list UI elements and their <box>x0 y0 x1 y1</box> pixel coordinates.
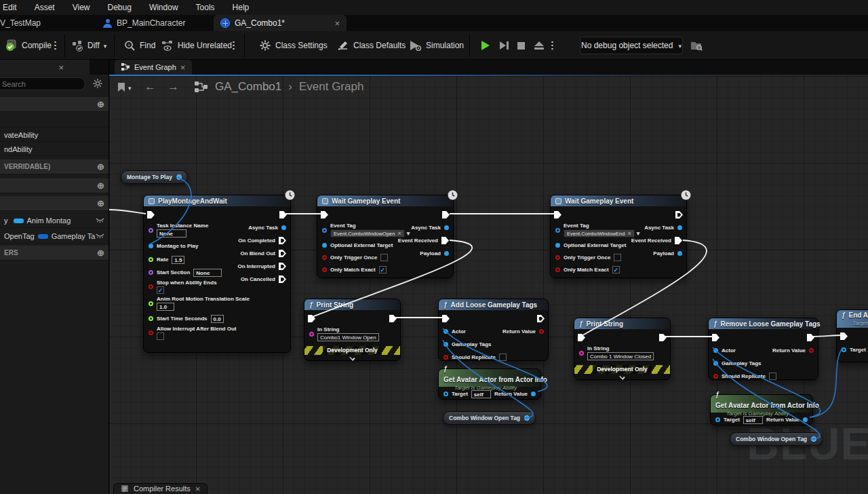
add-icon[interactable] <box>97 180 104 191</box>
exec-in-pin[interactable] <box>442 315 450 322</box>
add-icon[interactable] <box>97 99 104 109</box>
exec-out-pin[interactable] <box>442 211 450 218</box>
target-pin[interactable] <box>842 347 846 352</box>
menu-asset[interactable]: Asset <box>35 3 55 12</box>
menu-tools[interactable]: Tools <box>196 3 215 12</box>
menu-debug[interactable]: Debug <box>108 3 132 12</box>
exec-in-pin[interactable] <box>554 211 561 218</box>
diff-button[interactable]: Diff <box>72 31 106 60</box>
only-trigger-once-checkbox[interactable] <box>380 254 388 261</box>
start-time-seconds-pin[interactable] <box>149 316 153 321</box>
node-print-string-open[interactable]: Print String In String Combo1 Window Ope… <box>304 299 401 361</box>
in-string-field[interactable]: Combo1 Window Open <box>317 333 379 341</box>
only-match-exact-pin[interactable] <box>555 267 560 272</box>
start-section-pin[interactable] <box>149 270 153 275</box>
close-icon[interactable] <box>195 484 201 493</box>
should-replicate-pin[interactable] <box>443 355 448 360</box>
optional-external-target-pin[interactable] <box>555 243 560 248</box>
event-tag-pin[interactable] <box>555 228 560 233</box>
close-icon[interactable] <box>180 63 186 72</box>
list-item-activate-ability[interactable]: vateAbility <box>0 128 108 142</box>
variable-combo-window-open-tag[interactable]: OpenTag Gameplay Ta <box>0 229 108 244</box>
exec-in-pin[interactable] <box>578 334 585 341</box>
on-completed-pin[interactable] <box>279 237 286 244</box>
start-section-field[interactable]: None <box>193 269 222 277</box>
exec-out-pin[interactable] <box>279 211 287 218</box>
payload-pin[interactable] <box>444 251 449 256</box>
actor-pin[interactable] <box>443 329 448 334</box>
section-macros[interactable] <box>0 178 108 193</box>
return-value-pin[interactable] <box>809 348 814 353</box>
tab-event-graph[interactable]: Event Graph <box>115 60 192 75</box>
allow-interrupt-pin[interactable] <box>149 330 153 335</box>
list-item[interactable] <box>0 114 108 128</box>
breadcrumb-asset[interactable]: GA_Combo1 <box>215 80 281 94</box>
section-event-dispatchers[interactable]: ERS <box>0 246 108 261</box>
should-replicate-checkbox[interactable] <box>769 373 776 380</box>
target-field[interactable]: self <box>743 416 763 424</box>
play-button[interactable] <box>481 31 490 60</box>
node-remove-loose-gameplay-tags[interactable]: Remove Loose Gameplay Tags Actor Gamepla… <box>708 318 818 380</box>
add-icon[interactable] <box>97 248 104 258</box>
stop-when-ability-ends-checkbox[interactable] <box>157 286 164 294</box>
return-value-pin[interactable] <box>803 417 808 422</box>
graph-options-button[interactable] <box>233 31 235 60</box>
expand-chevron-icon[interactable] <box>619 374 625 379</box>
target-field[interactable]: self <box>471 390 491 398</box>
event-received-pin[interactable] <box>441 237 449 244</box>
close-icon[interactable] <box>58 63 64 72</box>
task-instance-name-field[interactable]: None <box>157 229 186 238</box>
frame-skip-button[interactable] <box>500 31 509 60</box>
node-wait-gameplay-event-end[interactable]: Wait Gameplay Event Event Tag Event.Comb… <box>550 195 687 278</box>
node-add-loose-gameplay-tags[interactable]: Add Loose Gameplay Tags Actor Gameplay T… <box>438 299 549 361</box>
class-settings-button[interactable]: Class Settings <box>259 31 328 60</box>
node-get-combo-window-open-tag-2[interactable]: Combo Window Open Tag <box>730 432 823 446</box>
montage-to-play-pin[interactable] <box>149 244 153 248</box>
node-get-avatar-actor-1[interactable]: Get Avatar Actor from Actor Info Target … <box>438 368 541 400</box>
stop-button[interactable] <box>517 31 525 60</box>
class-defaults-button[interactable]: Class Defaults <box>337 31 406 60</box>
payload-pin[interactable] <box>677 251 682 256</box>
rate-pin[interactable] <box>149 257 153 262</box>
stop-when-ability-ends-pin[interactable] <box>149 284 153 289</box>
actor-pin[interactable] <box>713 348 718 353</box>
should-replicate-pin[interactable] <box>713 374 718 379</box>
hide-unrelated-button[interactable]: Hide Unrelated <box>161 31 232 60</box>
async-task-pin[interactable] <box>281 225 286 230</box>
nav-forward-button[interactable]: → <box>167 77 179 96</box>
node-get-avatar-actor-2[interactable]: Get Avatar Actor from Actor Info Target … <box>710 394 813 425</box>
eye-closed-icon[interactable] <box>96 233 104 239</box>
simulation-button[interactable]: Simulation <box>408 31 464 60</box>
exec-in-pin[interactable] <box>712 334 719 341</box>
gameplay-tags-pin[interactable] <box>713 361 718 366</box>
tab-testmap[interactable]: V_TestMap <box>0 15 41 31</box>
root-motion-scale-field[interactable]: 1.0 <box>157 303 174 311</box>
node-wait-gameplay-event-open[interactable]: Wait Gameplay Event Event Tag Event.Comb… <box>317 195 454 278</box>
target-pin[interactable] <box>443 392 448 396</box>
tab-main-character[interactable]: BP_MainCharacter <box>103 15 185 31</box>
compiler-results-tab[interactable]: Compiler Results <box>113 483 208 494</box>
in-string-field[interactable]: Combo 1 Window Closed <box>587 352 654 360</box>
section-variables[interactable] <box>0 196 108 211</box>
return-value-pin[interactable] <box>539 329 544 334</box>
event-tag-chip[interactable]: Event.ComboWindowOpen <box>330 229 405 238</box>
node-get-combo-window-open-tag-1[interactable]: Combo Window Open Tag <box>443 411 536 425</box>
menu-help[interactable]: Help <box>233 3 250 12</box>
task-instance-name-pin[interactable] <box>149 228 153 233</box>
tab-ga-combo1[interactable]: GA_Combo1* <box>214 15 347 31</box>
node-end-ability[interactable]: End Ability Target is Gameplay Ability T… <box>836 309 868 362</box>
close-icon[interactable] <box>334 19 340 28</box>
root-motion-scale-pin[interactable] <box>149 301 153 306</box>
nav-back-button[interactable]: ← <box>144 77 156 96</box>
add-icon[interactable] <box>97 198 104 208</box>
play-options-button[interactable] <box>551 31 553 60</box>
find-button[interactable]: + Find <box>124 31 155 60</box>
async-task-pin[interactable] <box>444 225 449 230</box>
only-trigger-once-pin[interactable] <box>555 255 560 260</box>
variable-montage-to-play[interactable]: y Anim Montag <box>0 214 108 228</box>
exec-in-pin[interactable] <box>840 332 848 340</box>
list-item-end-ability[interactable]: ndAbility <box>0 142 108 156</box>
search-input[interactable] <box>0 77 85 90</box>
eject-button[interactable] <box>534 31 544 60</box>
breadcrumb-page[interactable]: Event Graph <box>299 80 363 94</box>
